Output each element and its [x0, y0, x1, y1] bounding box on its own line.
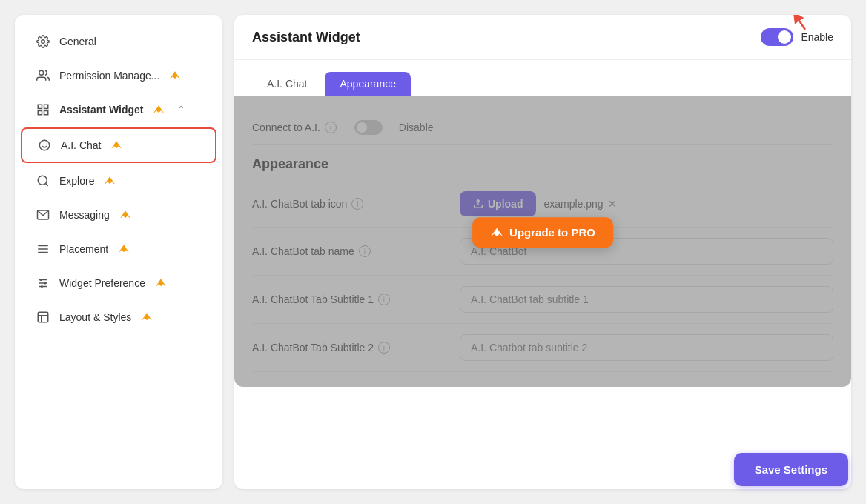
svg-marker-9 — [112, 142, 121, 148]
svg-marker-7 — [154, 106, 163, 113]
svg-marker-12 — [105, 177, 114, 184]
svg-rect-6 — [44, 111, 48, 115]
gear-icon — [36, 34, 50, 49]
layout-icon — [36, 310, 50, 325]
svg-point-0 — [42, 40, 45, 44]
crown-icon — [110, 140, 123, 150]
tab-appearance[interactable]: Appearance — [325, 72, 411, 96]
tabs-container: A.I. Chat Appearance — [234, 60, 851, 96]
crown-popup-icon — [490, 228, 503, 238]
crown-icon — [117, 244, 130, 254]
sidebar-item-messaging-label: Messaging — [59, 209, 110, 221]
sidebar-item-assistant-widget[interactable]: Assistant Widget ⌃ — [21, 93, 216, 126]
crown-icon — [168, 70, 182, 81]
widget-panel: Assistant Widget Enable — [234, 15, 851, 489]
upgrade-label: Upgrade to PRO — [509, 226, 595, 239]
sidebar-item-permission[interactable]: Permission Manage... — [21, 59, 216, 92]
sidebar-item-placement-label: Placement — [59, 243, 108, 255]
sidebar-item-permission-label: Permission Manage... — [59, 70, 159, 82]
svg-marker-18 — [119, 245, 128, 252]
sliders-icon — [36, 276, 50, 291]
chat-icon — [37, 138, 52, 153]
crown-icon — [152, 105, 165, 115]
enable-label: Enable — [801, 31, 833, 43]
tab-ai-chat[interactable]: A.I. Chat — [252, 72, 322, 96]
sidebar: General Permission Manage... — [15, 15, 222, 489]
crown-icon — [119, 210, 132, 220]
sidebar-item-widget-pref-label: Widget Preference — [59, 277, 145, 289]
upgrade-popup[interactable]: Upgrade to PRO — [472, 217, 613, 248]
sidebar-item-general[interactable]: General — [21, 25, 216, 58]
widget-header: Assistant Widget Enable — [234, 15, 851, 60]
widget-title: Assistant Widget — [252, 30, 360, 45]
widget-icon — [36, 102, 50, 117]
crown-icon — [154, 278, 168, 288]
sidebar-item-general-label: General — [59, 36, 96, 47]
sidebar-item-layout-styles[interactable]: Layout & Styles — [21, 301, 216, 334]
svg-point-1 — [39, 70, 44, 75]
toggle-container: Enable — [761, 28, 833, 46]
svg-rect-3 — [38, 105, 42, 108]
svg-marker-32 — [492, 228, 503, 236]
svg-marker-25 — [156, 279, 165, 286]
app-container: General Permission Manage... — [0, 0, 866, 504]
explore-icon — [36, 173, 50, 188]
sidebar-item-explore-label: Explore — [59, 175, 94, 187]
sidebar-item-ai-chat-label: A.I. Chat — [61, 139, 101, 151]
sidebar-item-assistant-label: Assistant Widget — [59, 104, 143, 116]
svg-marker-2 — [171, 72, 179, 79]
sidebar-item-explore[interactable]: Explore — [21, 165, 216, 197]
svg-rect-26 — [38, 312, 48, 322]
sidebar-item-placement[interactable]: Placement — [21, 233, 216, 265]
sidebar-item-messaging[interactable]: Messaging — [21, 199, 216, 231]
crown-icon — [103, 176, 116, 186]
chevron-icon: ⌃ — [177, 105, 185, 115]
sidebar-item-layout-label: Layout & Styles — [59, 311, 131, 323]
content-area: Upgrade to PRO Connect to A.I. i Disable… — [234, 96, 851, 387]
svg-rect-4 — [44, 105, 48, 108]
main-content: Assistant Widget Enable — [234, 15, 851, 489]
svg-point-23 — [44, 282, 47, 285]
svg-point-24 — [41, 285, 43, 288]
svg-point-8 — [39, 140, 50, 150]
sidebar-item-widget-preference[interactable]: Widget Preference — [21, 267, 216, 299]
svg-point-10 — [38, 176, 47, 185]
svg-point-22 — [40, 279, 42, 281]
svg-marker-29 — [142, 314, 151, 320]
person-icon — [36, 68, 50, 83]
svg-line-31 — [796, 16, 805, 30]
annotation-arrow — [789, 15, 813, 31]
svg-rect-5 — [38, 111, 42, 115]
save-settings-button[interactable]: Save Settings — [734, 453, 848, 486]
sidebar-item-ai-chat[interactable]: A.I. Chat — [21, 127, 216, 163]
crown-icon — [140, 312, 153, 322]
message-icon — [36, 208, 50, 222]
svg-line-11 — [45, 183, 47, 185]
placement-icon — [36, 242, 50, 256]
svg-marker-14 — [121, 211, 130, 218]
